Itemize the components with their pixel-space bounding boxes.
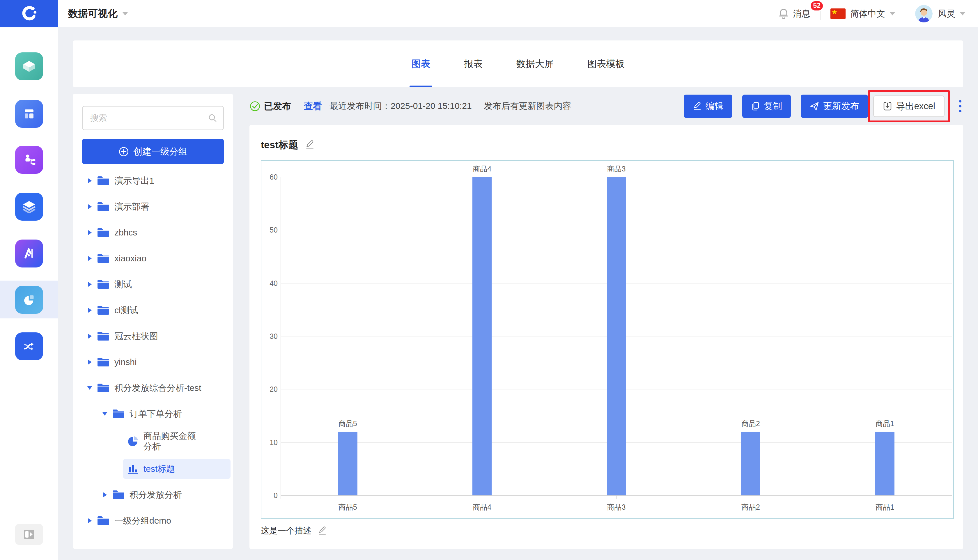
tree-item-13[interactable]: 一级分组demo — [73, 508, 233, 533]
tree-item-11[interactable]: test标题 — [73, 456, 233, 482]
caret-right-icon[interactable] — [86, 230, 93, 235]
edit-title-icon[interactable] — [305, 140, 315, 150]
tree-item-label: xiaoxiao — [114, 253, 147, 264]
bar-商品3 — [607, 177, 626, 495]
search-icon — [208, 113, 217, 123]
tree-item-label: yinshi — [114, 357, 137, 367]
caret-right-icon[interactable] — [86, 518, 93, 523]
tree-item-10[interactable]: 商品购买金额分析 — [73, 427, 233, 456]
tree-item-0[interactable]: 演示导出1 — [73, 168, 233, 193]
edit-description-icon[interactable] — [317, 526, 327, 536]
update-publish-button[interactable]: 更新发布 — [801, 95, 868, 118]
tree-item-7[interactable]: yinshi — [73, 349, 233, 375]
collapse-sidebar-button[interactable] — [15, 524, 43, 545]
create-group-button-label: 创建一级分组 — [133, 145, 187, 158]
cube-icon — [20, 57, 38, 76]
user-menu[interactable]: 风灵 — [915, 5, 965, 22]
folder-icon — [97, 515, 110, 526]
tree-item-label: 演示导出1 — [114, 175, 154, 186]
tree-item-9[interactable]: 订单下单分析 — [73, 401, 233, 427]
ai-app-icon[interactable] — [15, 240, 43, 267]
tree-item-content: 一级分组demo — [93, 511, 230, 530]
folder-icon — [97, 331, 110, 342]
avatar — [915, 5, 933, 22]
tree-item-content: cl测试 — [93, 301, 230, 320]
search-input[interactable] — [82, 106, 224, 130]
caret-down-icon[interactable] — [101, 412, 108, 416]
org-chart-icon — [20, 151, 38, 168]
y-axis-tick-label: 30 — [262, 332, 278, 340]
caret-right-icon[interactable] — [86, 204, 93, 209]
tree-item-content: zbhcs — [93, 223, 230, 242]
publish-time: 最近发布时间：2025-01-20 15:10:21 — [330, 100, 472, 112]
folder-icon — [112, 489, 125, 500]
tree-item-label: zbhcs — [114, 227, 137, 238]
tree-item-5[interactable]: cl测试 — [73, 297, 233, 323]
status-badge: 已发布 — [264, 100, 291, 112]
tab-1[interactable]: 报表 — [464, 40, 483, 87]
tree-item-6[interactable]: 冠云柱状图 — [73, 323, 233, 349]
etl-app-icon[interactable] — [15, 332, 43, 360]
tree-item-8[interactable]: 积分发放综合分析-test — [73, 375, 233, 401]
tree-item-content: 测试 — [93, 275, 230, 294]
caret-right-icon[interactable] — [86, 360, 93, 365]
app-logo[interactable] — [0, 0, 58, 27]
layers-app-icon[interactable] — [15, 193, 43, 221]
page-title: 数据可视化 — [68, 7, 118, 20]
tree-item-1[interactable]: 演示部署 — [73, 193, 233, 220]
workflow-app-icon[interactable] — [15, 146, 43, 174]
tree-item-content: 积分发放综合分析-test — [93, 378, 230, 398]
edit-button[interactable]: 编辑 — [684, 95, 732, 118]
tree-item-3[interactable]: xiaoxiao — [73, 245, 233, 271]
messages-nav-item[interactable]: 消息 52 — [793, 8, 810, 20]
shuffle-icon — [21, 338, 38, 355]
tab-3[interactable]: 图表模板 — [587, 40, 625, 87]
tree-item-2[interactable]: zbhcs — [73, 220, 233, 245]
charts-app-icon-active[interactable] — [15, 286, 43, 314]
x-axis-tick-label: 商品5 — [338, 502, 357, 512]
create-group-button[interactable]: 创建一级分组 — [82, 139, 224, 164]
pie-chart-icon — [127, 435, 139, 447]
tab-2[interactable]: 数据大屏 — [516, 40, 554, 87]
collapse-panel-icon — [23, 529, 35, 540]
divider — [905, 8, 905, 20]
y-axis-tick-label: 40 — [262, 279, 278, 288]
caret-right-icon[interactable] — [86, 308, 93, 313]
copy-button-label: 复制 — [764, 100, 782, 112]
tab-0[interactable]: 图表 — [412, 40, 430, 87]
tree-item-content: 订单下单分析 — [108, 404, 230, 423]
publish-time-label: 最近发布时间： — [330, 101, 391, 111]
layers-icon — [20, 198, 38, 216]
data-model-app-icon[interactable] — [15, 52, 43, 80]
export-excel-button[interactable]: 导出excel — [873, 95, 945, 117]
group-tree: 演示导出1演示部署zbhcsxiaoxiao测试cl测试冠云柱状图yinshi积… — [73, 168, 233, 533]
language-selector[interactable]: ★ 简体中文 — [830, 8, 895, 20]
title-chevron-down-icon[interactable] — [122, 12, 128, 15]
x-axis-tick — [348, 495, 348, 499]
view-link[interactable]: 查看 — [304, 100, 322, 112]
caret-right-icon[interactable] — [86, 282, 93, 287]
tree-item-4[interactable]: 测试 — [73, 271, 233, 297]
caret-down-icon[interactable] — [86, 386, 93, 390]
messages-label: 消息 — [793, 8, 810, 20]
layout-icon — [20, 105, 38, 123]
check-circle-icon — [250, 101, 260, 112]
pencil-icon — [693, 102, 702, 111]
tree-item-content: 演示导出1 — [93, 171, 230, 190]
x-axis-tick — [751, 495, 751, 499]
caret-right-icon[interactable] — [86, 333, 93, 339]
pie-chart-icon — [20, 291, 38, 309]
x-axis-tick-label: 商品1 — [876, 502, 894, 512]
caret-right-icon[interactable] — [86, 256, 93, 261]
logo-icon — [21, 5, 38, 22]
more-actions-button[interactable] — [957, 98, 963, 114]
caret-right-icon[interactable] — [86, 178, 93, 183]
bell-icon[interactable] — [778, 8, 789, 20]
dashboard-app-icon[interactable] — [15, 100, 43, 128]
caret-right-icon[interactable] — [101, 492, 108, 497]
y-axis-tick-label: 60 — [262, 173, 278, 181]
tree-item-12[interactable]: 积分发放分析 — [73, 482, 233, 508]
copy-button[interactable]: 复制 — [742, 95, 791, 118]
tree-item-content: yinshi — [93, 352, 230, 372]
bar-value-label: 商品5 — [338, 419, 357, 428]
